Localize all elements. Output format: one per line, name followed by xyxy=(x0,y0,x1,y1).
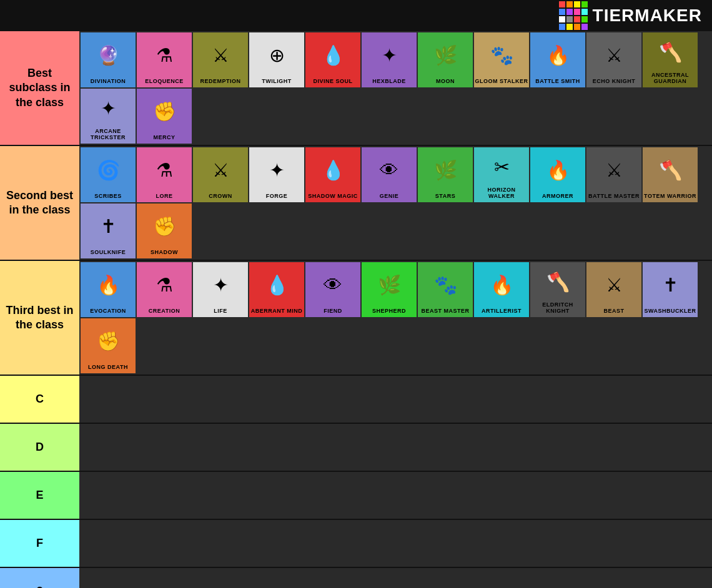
tier-label-d: D xyxy=(0,424,79,471)
card-label: SWASHBUCKLER xyxy=(644,308,696,315)
logo-title: TIERMAKER xyxy=(593,6,702,26)
logo-cell xyxy=(566,9,573,15)
card-label: SHADOW xyxy=(151,250,178,256)
card-mercy[interactable]: ✊MERCY xyxy=(137,89,192,144)
card-shepherd[interactable]: 🌿SHEPHERD xyxy=(362,262,417,317)
card-label: ARCANE TRICKSTER xyxy=(81,129,136,141)
card-label: GENIE xyxy=(380,194,399,200)
card-fiend[interactable]: 👁FIEND xyxy=(305,262,360,317)
card-icon: 🌿 xyxy=(418,32,473,79)
logo-cell xyxy=(574,16,580,22)
card-icon: 🌀 xyxy=(81,147,136,194)
card-label: GLOOM STALKER xyxy=(475,79,528,85)
card-moon[interactable]: 🌿MOON xyxy=(418,32,473,87)
logo-cell xyxy=(566,1,573,7)
card-icon: ⚔ xyxy=(586,32,641,79)
card-label: ELOQUENCE xyxy=(145,79,184,85)
tier-label-a: Second best in the class xyxy=(0,146,79,260)
card-icon: 💧 xyxy=(305,147,360,194)
card-label: ABERRANT MIND xyxy=(251,308,303,315)
card-battle-smith[interactable]: 🔥BATTLE SMITH xyxy=(530,32,585,87)
card-eldritch-knight[interactable]: 🪓ELDRITCH KNIGHT xyxy=(530,262,585,317)
card-creation[interactable]: ⚗CREATION xyxy=(137,262,192,317)
logo-cell xyxy=(559,9,565,15)
card-stars[interactable]: 🌿STARS xyxy=(418,147,473,202)
card-soulknife[interactable]: ✝SOULKNIFE xyxy=(81,203,136,258)
logo-cell xyxy=(581,16,588,22)
tier-row-c: C xyxy=(0,376,712,424)
card-genie[interactable]: 👁GENIE xyxy=(362,147,417,202)
logo-grid-icon xyxy=(559,1,588,30)
card-totem-warrior[interactable]: 🪓TOTEM WARRIOR xyxy=(643,147,698,202)
card-beast[interactable]: ⚔BEAST xyxy=(586,262,641,317)
tier-content-b: 🔥EVOCATION⚗CREATION✦LIFE💧ABERRANT MIND👁F… xyxy=(79,261,712,375)
tier-content-e xyxy=(79,472,712,519)
card-icon: ✦ xyxy=(193,262,248,308)
card-redemption[interactable]: ⚔REDEMPTION xyxy=(193,32,248,87)
card-forge[interactable]: ✦FORGE xyxy=(249,147,304,202)
card-shadow-magic[interactable]: 💧SHADOW MAGIC xyxy=(305,147,360,202)
tier-row-d: D xyxy=(0,424,712,472)
card-armorer[interactable]: 🔥ARMORER xyxy=(530,147,585,202)
tier-row-b: Third best in the class🔥EVOCATION⚗CREATI… xyxy=(0,261,712,376)
card-swashbuckler[interactable]: ✝SWASHBUCKLER xyxy=(643,262,698,317)
logo-cell xyxy=(574,24,580,30)
card-hexblade[interactable]: ✦HEXBLADE xyxy=(362,32,417,87)
logo-cell xyxy=(566,16,573,22)
card-icon: ✊ xyxy=(137,89,192,135)
logo-cell xyxy=(566,24,573,30)
tier-row-s: Best subclass in the class🔮DIVINATION⚗EL… xyxy=(0,31,712,146)
card-eloquence[interactable]: ⚗ELOQUENCE xyxy=(137,32,192,87)
card-icon: ✦ xyxy=(362,32,417,79)
card-label: MOON xyxy=(436,79,455,85)
card-label: FIEND xyxy=(324,308,342,315)
card-beast-master[interactable]: 🐾BEAST MASTER xyxy=(418,262,473,317)
card-icon: 💧 xyxy=(249,262,304,308)
tier-label-b: Third best in the class xyxy=(0,261,79,375)
card-shadow[interactable]: ✊SHADOW xyxy=(137,203,192,258)
card-aberrant-mind[interactable]: 💧ABERRANT MIND xyxy=(249,262,304,317)
card-life[interactable]: ✦LIFE xyxy=(193,262,248,317)
card-crown[interactable]: ⚔CROWN xyxy=(193,147,248,202)
card-lore[interactable]: ⚗LORE xyxy=(137,147,192,202)
logo-cell xyxy=(574,9,580,15)
card-label: BEAST xyxy=(603,308,624,315)
logo-cell xyxy=(581,1,588,7)
card-divine-soul[interactable]: 💧DIVINE SOUL xyxy=(305,32,360,87)
card-icon: 👁 xyxy=(362,147,417,194)
card-label: BATTLE SMITH xyxy=(535,79,580,85)
card-icon: ⚔ xyxy=(193,147,248,194)
card-arcane-trickster[interactable]: ✦ARCANE TRICKSTER xyxy=(81,89,136,144)
card-label: ELDRITCH KNIGHT xyxy=(530,302,585,315)
card-scribes[interactable]: 🌀SCRIBES xyxy=(81,147,136,202)
card-icon: 🌿 xyxy=(362,262,417,308)
card-gloom-stalker[interactable]: 🐾GLOOM STALKER xyxy=(474,32,529,87)
card-ancestral-guardian[interactable]: 🪓ANCESTRAL GUARDIAN xyxy=(643,32,698,87)
card-icon: ⚔ xyxy=(586,147,641,194)
card-icon: 🪓 xyxy=(530,262,585,302)
logo-cell xyxy=(559,16,565,22)
logo-cell xyxy=(581,24,588,30)
card-twilight[interactable]: ⊕TWILIGHT xyxy=(249,32,304,87)
card-label: HORIZON WALKER xyxy=(474,187,529,200)
page-wrapper: TIERMAKER Best subclass in the class🔮DIV… xyxy=(0,0,712,588)
card-label: CREATION xyxy=(149,308,180,315)
tier-label-f: F xyxy=(0,520,79,567)
card-icon: 🔮 xyxy=(81,32,136,79)
card-long-death[interactable]: ✊LONG DEATH xyxy=(81,318,136,373)
card-divination[interactable]: 🔮DIVINATION xyxy=(81,32,136,87)
card-echo-knight[interactable]: ⚔ECHO KNIGHT xyxy=(586,32,641,87)
card-label: DIVINE SOUL xyxy=(313,79,352,85)
header: TIERMAKER xyxy=(0,0,712,31)
card-artillerist[interactable]: 🔥ARTILLERIST xyxy=(474,262,529,317)
card-horizon-walker[interactable]: ✂HORIZON WALKER xyxy=(474,147,529,202)
card-icon: 🐾 xyxy=(474,32,529,79)
card-label: REDEMPTION xyxy=(200,79,240,85)
card-icon: ⚗ xyxy=(137,147,192,194)
card-label: BATTLE MASTER xyxy=(588,194,640,200)
card-evocation[interactable]: 🔥EVOCATION xyxy=(81,262,136,317)
card-battle-master[interactable]: ⚔BATTLE MASTER xyxy=(586,147,641,202)
tier-row-e: E xyxy=(0,472,712,520)
tier-content-q xyxy=(79,568,712,588)
card-icon: 🔥 xyxy=(81,262,136,308)
